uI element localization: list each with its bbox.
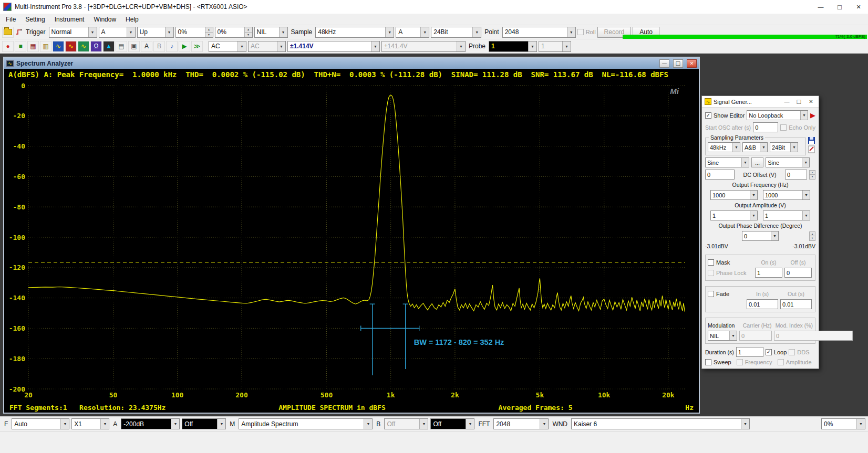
frequency-a-select[interactable]: 1000 <box>710 190 758 200</box>
copy-icon[interactable]: ▣ <box>128 41 140 52</box>
phase-lock-checkbox[interactable] <box>708 270 714 276</box>
derived-data-icon[interactable]: ▥ <box>40 41 51 52</box>
spin-up-icon[interactable] <box>810 232 815 237</box>
child-minimize-icon[interactable] <box>659 59 669 68</box>
spin-up-icon[interactable] <box>810 171 815 175</box>
record-icon[interactable]: ● <box>2 41 14 52</box>
waveform-b-select[interactable]: Sine <box>766 157 810 167</box>
siggen-channels-select[interactable]: A&B <box>742 142 768 152</box>
loop-checkbox[interactable] <box>766 349 772 355</box>
siggen-bits-select[interactable]: 24Bit <box>770 142 798 152</box>
waveform-more-button[interactable]: ... <box>751 157 763 167</box>
dds-checkbox[interactable] <box>789 349 795 355</box>
spectrum-analyzer-icon[interactable]: ∿ <box>65 41 77 52</box>
zoom-select[interactable]: X1 <box>71 418 109 429</box>
b-range-select[interactable]: Off <box>384 418 428 429</box>
mask-on-input[interactable] <box>755 268 782 278</box>
spectrum-3d-icon[interactable]: ▲ <box>103 41 115 52</box>
dc-offset-a-input[interactable] <box>705 170 735 180</box>
frequency-b-select[interactable]: 1000 <box>763 190 810 200</box>
play-icon[interactable]: ▶ <box>179 41 190 52</box>
sample-channel-select[interactable]: A <box>396 27 429 38</box>
trigger-edge-select[interactable]: Up <box>137 27 174 38</box>
waveform-a-select[interactable]: Sine <box>705 157 749 167</box>
loopback-play-icon[interactable]: ≫ <box>191 41 203 52</box>
fade-checkbox[interactable] <box>708 291 714 297</box>
trigger-mode-select[interactable]: Normal <box>49 27 97 38</box>
signal-generator-titlebar[interactable]: ∿ Signal Gener... <box>702 96 819 108</box>
view-mode-select[interactable]: Amplitude Spectrum <box>239 418 373 429</box>
a-option-select[interactable]: Off <box>182 418 226 429</box>
modulation-type-select[interactable]: NIL <box>708 331 737 341</box>
loopback-select[interactable]: No Loopback <box>747 110 808 120</box>
coupling-b-select[interactable]: AC <box>248 41 286 52</box>
dc-offset-spinner[interactable] <box>809 170 815 180</box>
speaker-icon[interactable]: ♪ <box>166 41 178 52</box>
phase-difference-select[interactable]: 0 <box>742 231 779 241</box>
trigger-source-select[interactable]: A <box>99 27 136 38</box>
spectrum-window-titlebar[interactable]: ∿ Spectrum Analyzer <box>4 58 699 69</box>
fade-out-input[interactable] <box>780 299 812 309</box>
siggen-maximize-icon[interactable] <box>794 98 804 106</box>
menu-help[interactable]: Help <box>121 15 143 24</box>
spin-down-icon[interactable] <box>810 175 815 179</box>
label-a-icon[interactable]: A <box>141 41 152 52</box>
start-osc-input[interactable] <box>753 122 778 132</box>
phase-spinner[interactable] <box>809 231 815 241</box>
signal-generator-icon[interactable]: ∿ <box>78 41 89 52</box>
spin-down-icon[interactable] <box>810 236 815 240</box>
overlap-select[interactable]: 0% <box>821 418 865 429</box>
menu-setting[interactable]: Setting <box>20 15 49 24</box>
start-output-button[interactable]: ▶ <box>810 112 815 119</box>
amplitude-a-select[interactable]: 1 <box>710 210 758 220</box>
print-icon[interactable]: ▤ <box>116 41 127 52</box>
coupling-a-select[interactable]: AC <box>209 41 246 52</box>
spin-down-icon[interactable] <box>245 33 252 37</box>
trigger-level-spinner[interactable]: 0% <box>175 27 213 38</box>
duration-input[interactable] <box>736 347 763 357</box>
open-file-button[interactable] <box>2 27 14 38</box>
carrier-input[interactable] <box>739 331 772 341</box>
child-restore-icon[interactable] <box>673 59 683 68</box>
data-logger-icon[interactable]: ▦ <box>27 41 39 52</box>
spectrum-chart[interactable]: 20501002005001k2k5k10k20k0-20-40-60-80-1… <box>4 80 699 402</box>
fade-in-input[interactable] <box>747 299 778 309</box>
siggen-rate-select[interactable]: 48kHz <box>708 142 740 152</box>
menu-file[interactable]: File <box>1 15 20 24</box>
siggen-close-icon[interactable] <box>806 99 816 104</box>
trigger-delay-spinner[interactable]: 0% <box>215 27 253 38</box>
fft-points-select[interactable]: 2048 <box>502 27 576 38</box>
bit-depth-select[interactable]: 24Bit <box>431 27 481 38</box>
range-b-select[interactable]: ±141.4V <box>381 41 466 52</box>
sample-rate-select[interactable]: 48kHz <box>315 27 394 38</box>
window-function-select[interactable]: Kaiser 6 <box>571 418 750 429</box>
b-option-select[interactable]: Off <box>430 418 474 429</box>
child-close-icon[interactable] <box>687 59 697 68</box>
mask-off-input[interactable] <box>784 268 812 278</box>
trigger-hpf-select[interactable]: NIL <box>254 27 288 38</box>
range-a-select[interactable]: ±1.414V <box>287 41 380 52</box>
spin-up-icon[interactable] <box>205 27 213 33</box>
fft-size-select[interactable]: 2048 <box>493 418 549 429</box>
edit-waveform-icon[interactable] <box>808 145 815 153</box>
roll-checkbox[interactable] <box>577 29 584 35</box>
spectrum-plot[interactable]: 20501002005001k2k5k10k20k0-20-40-60-80-1… <box>4 80 699 402</box>
spin-up-icon[interactable] <box>245 27 252 33</box>
mask-checkbox[interactable] <box>708 259 714 266</box>
multimeter-icon[interactable]: Ω <box>90 41 102 52</box>
menu-instrument[interactable]: Instrument <box>50 15 89 24</box>
minimize-icon[interactable] <box>811 0 830 14</box>
dc-offset-b-input[interactable] <box>785 170 807 180</box>
probe-b-select[interactable]: 1 <box>539 41 571 52</box>
siggen-minimize-icon[interactable] <box>782 99 792 104</box>
save-icon[interactable] <box>808 136 815 144</box>
mod-index-input[interactable] <box>774 331 853 341</box>
menu-window[interactable]: Window <box>89 15 121 24</box>
oscilloscope-icon[interactable]: ∿ <box>53 41 64 52</box>
close-icon[interactable] <box>849 0 868 14</box>
sweep-checkbox[interactable] <box>705 359 711 365</box>
amplitude-b-select[interactable]: 1 <box>763 210 810 220</box>
show-editor-checkbox[interactable] <box>705 112 711 119</box>
probe-a-select[interactable]: 1 <box>489 41 537 52</box>
sweep-frequency-checkbox[interactable] <box>737 359 743 365</box>
